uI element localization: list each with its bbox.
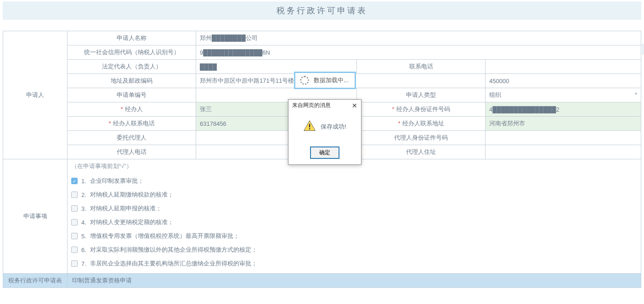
svg-rect-1 <box>309 124 310 128</box>
page-title: 税务行政许可申请表 <box>3 1 641 20</box>
checkbox-icon[interactable] <box>71 233 78 239</box>
input-handler-addr[interactable]: 河南省郑州市 <box>486 117 641 131</box>
matter-label: 对纳税人延期缴纳税款的核准； <box>90 191 174 199</box>
label-uscc: 统一社会信用代码（纳税人识别号） <box>68 45 196 60</box>
matter-number: 7. <box>81 260 86 267</box>
matters-section-label: 申请事项 <box>3 159 68 274</box>
matter-label: 企业印制发票审批； <box>90 177 144 185</box>
matter-item[interactable]: 4.对纳税人变更纳税定额的核准； <box>71 215 637 229</box>
label-handler: *经办人 <box>68 102 196 117</box>
dialog-title: 来自网页的消息 <box>292 101 331 109</box>
matter-number: 2. <box>81 191 86 198</box>
label-agent-addr: 代理人住址 <box>357 145 486 159</box>
matter-item[interactable]: 3.对纳税人延期申报的核准； <box>71 202 637 215</box>
checkbox-icon[interactable] <box>71 260 78 267</box>
dialog-message: 保存成功! <box>321 123 346 131</box>
matter-label: 对纳税人延期申报的核准； <box>90 204 162 213</box>
matter-item[interactable]: 5.增值税专用发票（增值税税控系统）最高开票限额审批； <box>71 229 637 243</box>
warning-icon <box>303 119 316 134</box>
value-selected-permit: 印制普通发票资格申请 <box>68 274 641 288</box>
label-handler-phone: *经办人联系电话 <box>68 117 196 131</box>
checkbox-icon[interactable] <box>71 247 78 253</box>
value-applicant-type[interactable]: 组织▾ <box>486 88 641 102</box>
matter-number: 4. <box>81 219 86 226</box>
close-icon[interactable]: ✕ <box>352 102 357 109</box>
matter-item[interactable]: 7.非居民企业选择由其主要机构场所汇总缴纳企业所得税的审批； <box>71 257 637 270</box>
matter-label: 对纳税人变更纳税定额的核准； <box>90 218 174 226</box>
message-dialog: 来自网页的消息 ✕ 保存成功! 确定 <box>288 99 362 165</box>
label-address: 地址及邮政编码 <box>68 74 196 88</box>
loading-text: 数据加载中... <box>314 76 349 84</box>
spinner-icon <box>300 76 309 85</box>
chevron-down-icon: ▾ <box>635 91 637 96</box>
matter-number: 1. <box>81 178 86 185</box>
checkbox-icon[interactable] <box>71 205 78 212</box>
loading-popup: 数据加载中... <box>294 72 356 89</box>
matter-number: 6. <box>81 247 86 253</box>
label-handler-addr: *经办人联系地址 <box>357 117 486 131</box>
svg-rect-2 <box>309 128 310 129</box>
input-handler-id[interactable]: 4███████████████2 <box>486 102 641 117</box>
matter-label: 非居民企业选择由其主要机构场所汇总缴纳企业所得税的审批； <box>90 259 257 268</box>
matters-cell: （在申请事项前划“√”） ✓1.企业印制发票审批；2.对纳税人延期缴纳税款的核准… <box>68 159 641 274</box>
checkbox-icon[interactable] <box>71 219 78 225</box>
label-handler-id: *经办人身份证件号码 <box>357 102 486 117</box>
label-phone: 联系电话 <box>357 60 486 74</box>
label-app-no: 申请单编号 <box>68 88 196 102</box>
value-phone <box>486 60 641 74</box>
value-postal: 450000 <box>486 74 641 88</box>
matter-label: 增值税专用发票（增值税税控系统）最高开票限额审批； <box>90 232 239 240</box>
dialog-ok-button[interactable]: 确定 <box>310 146 339 159</box>
matter-item[interactable]: ✓1.企业印制发票审批； <box>71 174 637 188</box>
matter-item[interactable]: 2.对纳税人延期缴纳税款的核准； <box>71 188 637 202</box>
input-agent-id[interactable] <box>486 131 641 145</box>
value-applicant-name: 郑州████████公司 <box>196 31 641 45</box>
matter-number: 3. <box>81 205 86 212</box>
matter-item[interactable]: 6.对采取实际利润额预缴以外的其他企业所得税预缴方式的核定； <box>71 243 637 257</box>
label-applicant-name: 申请人名称 <box>68 31 196 45</box>
label-applicant-type: 申请人类型 <box>357 88 486 102</box>
matter-label: 对采取实际利润额预缴以外的其他企业所得税预缴方式的核定； <box>90 246 257 254</box>
label-permit-form: 税务行政许可申请表 <box>3 274 68 288</box>
label-legal-rep: 法定代表人（负责人） <box>68 60 196 74</box>
label-agent-id: 代理人身份证件号码 <box>357 131 486 145</box>
checkbox-icon[interactable]: ✓ <box>71 178 78 184</box>
applicant-section-label: 申请人 <box>3 31 68 159</box>
label-agent-phone: 代理人电话 <box>68 145 196 159</box>
side-tab[interactable] <box>642 44 644 55</box>
matter-number: 5. <box>81 233 86 240</box>
input-agent-addr[interactable] <box>486 145 641 159</box>
label-agent: 委托代理人 <box>68 131 196 145</box>
value-uscc: 9██████████████6N <box>196 45 641 60</box>
checkbox-icon[interactable] <box>71 191 78 198</box>
